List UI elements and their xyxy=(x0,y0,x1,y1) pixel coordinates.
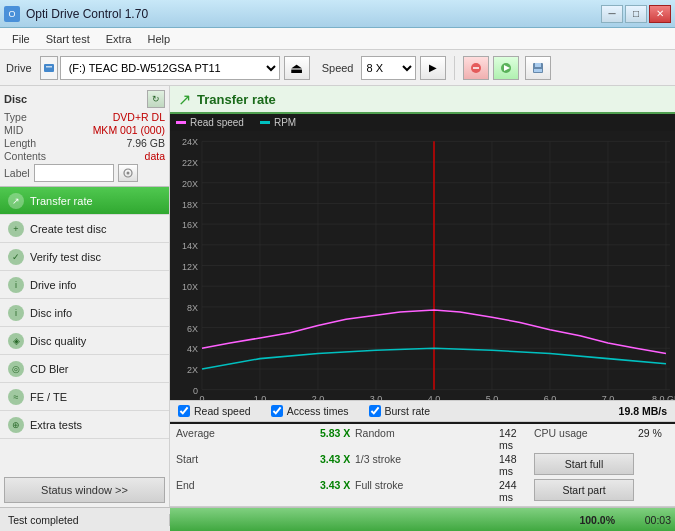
nav-extra-tests[interactable]: ⊕ Extra tests xyxy=(0,411,169,439)
nav-transfer-rate[interactable]: ↗ Transfer rate xyxy=(0,187,169,215)
status-window-button[interactable]: Status window >> xyxy=(4,477,165,503)
menu-file[interactable]: File xyxy=(4,31,38,47)
access-times-checkbox-label: Access times xyxy=(287,405,349,417)
nav-transfer-rate-label: Transfer rate xyxy=(30,195,93,207)
disc-contents-row: Contents data xyxy=(4,150,165,162)
disc-label-row: Label xyxy=(4,164,165,182)
checkboxes-bar: Read speed Access times Burst rate 19.8 … xyxy=(170,400,675,422)
svg-text:12X: 12X xyxy=(182,262,198,272)
burst-rate-checkbox-label: Burst rate xyxy=(385,405,431,417)
average-value: 5.83 X xyxy=(320,427,351,451)
stats-grid: Average 5.83 X Random 142 ms CPU usage 2… xyxy=(170,424,675,507)
legend-rpm: RPM xyxy=(260,117,296,128)
nav-fe-te[interactable]: ≈ FE / TE xyxy=(0,383,169,411)
app-icon: O xyxy=(4,6,20,22)
disc-panel: Disc ↻ Type DVD+R DL MID MKM 001 (000) L… xyxy=(0,86,169,187)
cd-blear-icon: ◎ xyxy=(8,361,24,377)
burst-rate-value: 19.8 MB/s xyxy=(619,405,667,417)
svg-rect-1 xyxy=(46,66,52,68)
close-button[interactable]: ✕ xyxy=(649,5,671,23)
disc-type-label: Type xyxy=(4,111,27,123)
start-full-button[interactable]: Start full xyxy=(534,453,634,475)
svg-text:4X: 4X xyxy=(187,344,198,354)
svg-rect-0 xyxy=(44,64,54,72)
fe-te-icon: ≈ xyxy=(8,389,24,405)
svg-text:4.0: 4.0 xyxy=(428,394,441,400)
disc-refresh-button[interactable]: ↻ xyxy=(147,90,165,108)
drive-eject-button[interactable]: ⏏ xyxy=(284,56,310,80)
nav-disc-quality-label: Disc quality xyxy=(30,335,86,347)
start-value: 3.43 X xyxy=(320,453,351,477)
svg-text:2X: 2X xyxy=(187,365,198,375)
nav-disc-info[interactable]: i Disc info xyxy=(0,299,169,327)
chart-header-icon: ↗ xyxy=(178,90,191,109)
nav-cd-blear-label: CD Bler xyxy=(30,363,69,375)
disc-contents-value: data xyxy=(145,150,165,162)
svg-text:1.0: 1.0 xyxy=(254,394,267,400)
timer-text: 00:03 xyxy=(645,514,671,526)
speed-select[interactable]: 2 X4 X8 X12 XMax xyxy=(361,56,416,80)
save-button[interactable] xyxy=(525,56,551,80)
random-label: Random xyxy=(355,427,495,451)
menubar: File Start test Extra Help xyxy=(0,28,675,50)
window-controls: ─ □ ✕ xyxy=(601,5,671,23)
svg-text:10X: 10X xyxy=(182,282,198,292)
read-speed-checkbox-item: Read speed xyxy=(178,405,251,417)
cpu-value: 29 % xyxy=(638,427,669,451)
svg-text:5.0: 5.0 xyxy=(486,394,499,400)
svg-text:18X: 18X xyxy=(182,199,198,209)
speed-label: Speed xyxy=(322,62,354,74)
svg-text:6X: 6X xyxy=(187,324,198,334)
svg-text:8X: 8X xyxy=(187,303,198,313)
svg-text:22X: 22X xyxy=(182,158,198,168)
maximize-button[interactable]: □ xyxy=(625,5,647,23)
nav-drive-info[interactable]: i Drive info xyxy=(0,271,169,299)
statusbar: Test completed 100.0% 00:03 xyxy=(0,507,675,531)
svg-text:14X: 14X xyxy=(182,241,198,251)
content-area: ↗ Transfer rate Read speed RPM xyxy=(170,86,675,507)
disc-type-row: Type DVD+R DL xyxy=(4,111,165,123)
svg-rect-8 xyxy=(534,69,542,72)
svg-text:0: 0 xyxy=(193,386,198,396)
nav-verify-test-disc[interactable]: ✓ Verify test disc xyxy=(0,243,169,271)
drive-select[interactable]: (F:) TEAC BD-W512GSA PT11 xyxy=(60,56,280,80)
nav-disc-quality[interactable]: ◈ Disc quality xyxy=(0,327,169,355)
burn-button[interactable] xyxy=(493,56,519,80)
progress-container: 100.0% 00:03 xyxy=(170,508,675,531)
read-speed-checkbox-label: Read speed xyxy=(194,405,251,417)
chart-title: Transfer rate xyxy=(197,92,276,107)
minimize-button[interactable]: ─ xyxy=(601,5,623,23)
toolbar-separator xyxy=(454,56,455,80)
stroke13-label: 1/3 stroke xyxy=(355,453,495,477)
nav-disc-info-label: Disc info xyxy=(30,307,72,319)
average-label: Average xyxy=(176,427,316,451)
read-speed-checkbox[interactable] xyxy=(178,405,190,417)
titlebar: O Opti Drive Control 1.70 ─ □ ✕ xyxy=(0,0,675,28)
chart-legend: Read speed RPM xyxy=(170,114,675,131)
access-times-checkbox[interactable] xyxy=(271,405,283,417)
nav-cd-blear[interactable]: ◎ CD Bler xyxy=(0,355,169,383)
start-part-button[interactable]: Start part xyxy=(534,479,634,501)
nav-create-test-disc[interactable]: + Create test disc xyxy=(0,215,169,243)
disc-mid-label: MID xyxy=(4,124,23,136)
nav-drive-info-label: Drive info xyxy=(30,279,76,291)
read-speed-legend-dot xyxy=(176,121,186,124)
chart-canvas: 24X 22X 20X 18X 16X 14X 12X 10X 8X 6X 4X… xyxy=(170,131,675,400)
chart-header: ↗ Transfer rate xyxy=(170,86,675,114)
random-value: 142 ms xyxy=(499,427,530,451)
rpm-legend-dot xyxy=(260,121,270,124)
erase-button[interactable] xyxy=(463,56,489,80)
disc-length-value: 7.96 GB xyxy=(126,137,165,149)
menu-extra[interactable]: Extra xyxy=(98,31,140,47)
menu-start-test[interactable]: Start test xyxy=(38,31,98,47)
disc-length-label: Length xyxy=(4,137,36,149)
disc-label-input[interactable] xyxy=(34,164,114,182)
svg-text:2.0: 2.0 xyxy=(312,394,325,400)
menu-help[interactable]: Help xyxy=(139,31,178,47)
disc-title: Disc xyxy=(4,93,27,105)
svg-text:8.0 GB: 8.0 GB xyxy=(652,394,675,400)
burst-rate-checkbox[interactable] xyxy=(369,405,381,417)
full-stroke-value: 244 ms xyxy=(499,479,530,503)
disc-label-icon-button[interactable] xyxy=(118,164,138,182)
speed-go-button[interactable]: ▶ xyxy=(420,56,446,80)
